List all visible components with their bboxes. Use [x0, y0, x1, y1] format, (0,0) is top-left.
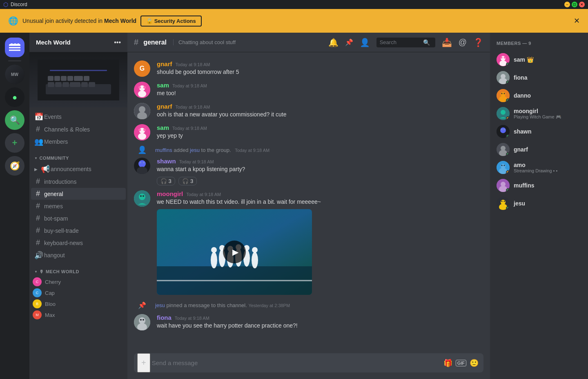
sidebar-item-buy-sell-trade[interactable]: # buy-sell-trade: [31, 225, 126, 236]
add-server-button[interactable]: +: [5, 133, 24, 153]
reaction-1[interactable]: 🎧 3: [157, 177, 175, 185]
members-list-icon[interactable]: 👤: [360, 38, 370, 47]
general-hash-icon: #: [34, 190, 42, 198]
sidebar-item-channels-roles[interactable]: # Channels & Roles: [31, 123, 126, 135]
gif-button[interactable]: GIF: [456, 360, 466, 366]
members-header: MEMBERS — 9: [493, 39, 585, 47]
member-item-danno[interactable]: danno: [493, 87, 585, 105]
sidebar-item-events[interactable]: 📅 Events: [31, 111, 126, 123]
svg-point-54: [139, 317, 145, 324]
sidebar-item-server1[interactable]: MW: [5, 65, 24, 84]
add-attachment-button[interactable]: +: [137, 353, 150, 372]
sidebar-item-server2[interactable]: ●: [5, 87, 24, 107]
help-icon[interactable]: ❓: [473, 38, 483, 47]
inbox-icon[interactable]: 📥: [442, 38, 452, 47]
category-arrow: ▼: [34, 156, 38, 160]
message-text-6: we NEED to watch this txt video. ill joi…: [157, 198, 483, 206]
emoji-button[interactable]: 🙂: [468, 357, 480, 369]
alert-banner: 🌐 Unusual join activity detected in Mech…: [0, 9, 588, 33]
sidebar-item-general[interactable]: # general: [31, 188, 126, 200]
server-header[interactable]: Mech World •••: [29, 33, 127, 52]
sidebar-item-memes[interactable]: # memes: [31, 200, 126, 212]
sidebar-item-keyboard-news[interactable]: # keyboard-news: [31, 237, 126, 249]
members-icon: 👥: [34, 137, 42, 146]
notifications-icon[interactable]: 🔔: [328, 38, 339, 47]
alert-close-button[interactable]: ✕: [574, 16, 580, 25]
stage-member-cap[interactable]: C Cap: [29, 288, 126, 298]
mention-icon[interactable]: @: [459, 38, 467, 47]
jesu-member-info: jesu: [514, 200, 581, 207]
stage-member-max[interactable]: M Max: [29, 310, 126, 320]
memes-label: memes: [44, 203, 63, 210]
message-msg3: gnarf Today at 9:18 AM ooh is that a new…: [127, 101, 490, 121]
bot-spam-label: bot-spam: [44, 215, 68, 222]
svg-point-60: [501, 57, 503, 59]
pin-icon[interactable]: 📌: [345, 38, 353, 46]
svg-point-26: [143, 129, 146, 131]
play-button[interactable]: [223, 241, 246, 263]
announcements-icon: 📢: [41, 165, 48, 174]
stage-member-cherry[interactable]: C Cherry: [29, 276, 126, 287]
message-text-input[interactable]: [150, 355, 442, 370]
sidebar-item-server3[interactable]: 🔍: [5, 110, 24, 130]
amo-member-info: amo Streaming Drawing • •: [514, 162, 581, 173]
svg-point-91: [501, 201, 503, 202]
close-btn[interactable]: ✕: [579, 2, 585, 7]
buy-sell-trade-label: buy-sell-trade: [44, 227, 79, 234]
member-item-sam[interactable]: sam 👑: [493, 51, 585, 69]
stage-member-bloo[interactable]: B Bloo: [29, 299, 126, 309]
pin-text: jesu pinned a message to this channel. Y…: [155, 302, 290, 308]
messages-area: G gnarf Today at 9:18 AM should be good …: [127, 52, 490, 353]
sidebar-item-hangout[interactable]: 🔊 hangout: [31, 249, 126, 261]
member-item-jesu[interactable]: jesu: [493, 194, 585, 212]
hangout-voice-icon: 🔊: [34, 251, 42, 260]
member-item-shawn[interactable]: shawn: [493, 123, 585, 140]
gnarf-member-name: gnarf: [514, 146, 581, 153]
member-item-fiona[interactable]: fiona: [493, 69, 585, 87]
server-options-icon[interactable]: •••: [114, 39, 121, 46]
fiona-member-name: fiona: [514, 74, 581, 81]
sidebar-item-members[interactable]: 👥 Members: [31, 136, 126, 148]
moongirl-status-dot: [506, 116, 510, 120]
message-author-shawn: shawn: [157, 158, 176, 165]
reaction-2[interactable]: 🎧 3: [178, 177, 197, 185]
system-add-icon: 👤: [134, 145, 150, 154]
sidebar-item-introductions[interactable]: # introductions: [31, 176, 126, 187]
category-header-mech-world[interactable]: ▼ 🎙 Mech World: [33, 268, 124, 275]
security-actions-button[interactable]: 🔒 Security Actions: [140, 16, 202, 27]
message-timestamp-2: Today at 9:18 AM: [172, 83, 207, 88]
message-msg1: G gnarf Today at 9:18 AM should be good …: [127, 59, 490, 78]
message-content-5: shawn Today at 9:18 AM wanna start a kpo…: [157, 158, 483, 185]
introductions-hash-icon: #: [34, 177, 42, 186]
member-item-moongirl[interactable]: moongirl Playing Witch Game 🎮: [493, 105, 585, 123]
sidebar-item-announcements[interactable]: ▶ 📢 announcements: [31, 163, 126, 175]
member-item-gnarf[interactable]: gnarf: [493, 140, 585, 158]
sam-avatar-1: [134, 82, 150, 98]
amo-member-avatar: [497, 161, 510, 174]
mech-world-stage-category: ▼ 🎙 Mech World: [29, 262, 127, 276]
maximize-btn[interactable]: ⊡: [572, 2, 577, 7]
svg-point-57: [143, 319, 144, 321]
channel-header: # general Chatting about cool stuff 🔔 📌 …: [127, 33, 490, 52]
sidebar-item-home[interactable]: [5, 38, 24, 57]
svg-point-25: [138, 129, 141, 131]
svg-point-36: [143, 195, 144, 197]
message-text-5: wanna start a kpop listening party?: [157, 165, 483, 174]
server-sidebar: MW ● 🔍 + 🧭: [0, 33, 29, 379]
gift-button[interactable]: 🎁: [442, 357, 454, 369]
member-item-amo[interactable]: amo Streaming Drawing • •: [493, 158, 585, 176]
svg-point-30: [140, 162, 141, 163]
minimize-btn[interactable]: –: [564, 2, 570, 7]
search-input[interactable]: [380, 39, 421, 45]
svg-point-75: [501, 129, 503, 130]
video-embed[interactable]: [157, 209, 312, 295]
sidebar-item-bot-spam[interactable]: # bot-spam: [31, 212, 126, 224]
explore-servers-button[interactable]: 🧭: [5, 156, 24, 176]
message-timestamp-4: Today at 9:18 AM: [172, 126, 207, 131]
search-bar[interactable]: 🔍: [376, 38, 435, 47]
member-item-muffins[interactable]: muffins: [493, 176, 585, 194]
max-avatar: M: [33, 310, 42, 319]
category-header-community[interactable]: ▼ COMMUNITY: [33, 155, 124, 161]
amo-member-name: amo: [514, 162, 581, 168]
message-author-gnarf-1: gnarf: [157, 60, 172, 67]
